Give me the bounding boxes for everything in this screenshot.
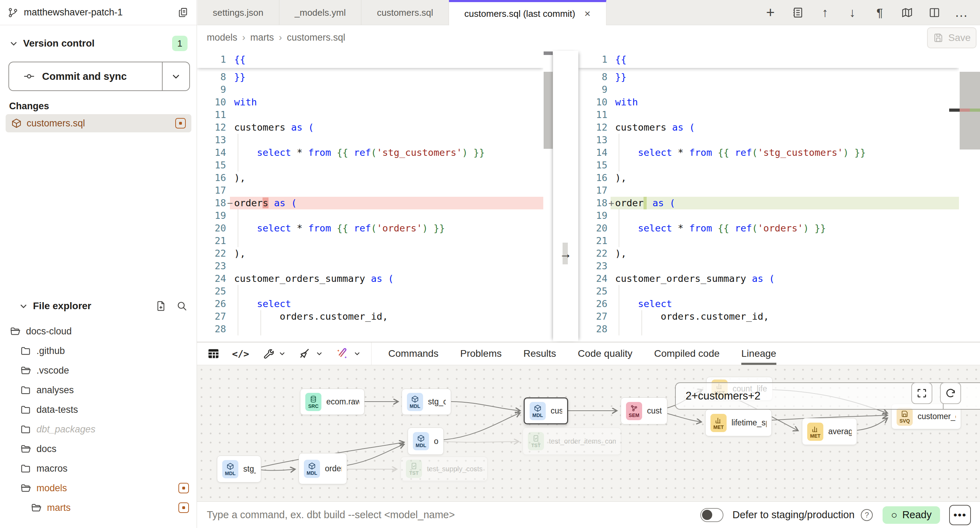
code-line-15[interactable]: 15 (578, 159, 959, 171)
tab-customers-sql[interactable]: customers.sql (361, 0, 449, 25)
changed-file-row[interactable]: customers.sql (6, 114, 191, 132)
lineage-node-customers-semantic[interactable]: SEMcustomers (621, 397, 667, 424)
search-icon[interactable] (176, 300, 188, 312)
lineage-node-stg-customers[interactable]: MDLstg_customers (402, 388, 451, 415)
code-line-13[interactable]: 13 (578, 134, 959, 146)
code-line-17[interactable]: 17 (197, 184, 543, 197)
tree-item-docs[interactable]: docs (0, 439, 197, 459)
tab--models-yml[interactable]: _models.yml (279, 0, 362, 25)
code-line-21[interactable]: 21 (578, 235, 959, 247)
code-line-20[interactable]: 20 select * from {{ ref('orders') }} (197, 222, 543, 235)
code-line-26[interactable]: 26 select (197, 298, 543, 310)
lineage-selector-input[interactable] (676, 383, 943, 409)
map-icon[interactable] (900, 6, 914, 20)
lineage-node-stg-orders[interactable]: MDLstg_orders (217, 455, 261, 482)
code-line-18[interactable]: 18−orders as ( (197, 197, 543, 209)
apply-change-arrow[interactable]: → (553, 246, 578, 262)
code-line-28[interactable]: 28 (197, 323, 543, 335)
split-columns-icon[interactable] (928, 6, 942, 20)
code-line-12[interactable]: 12customers as ( (578, 121, 959, 134)
panel-tab-commands[interactable]: Commands (388, 342, 439, 365)
more-options-button[interactable]: ••• (949, 505, 971, 525)
code-line-23[interactable]: 23 (578, 260, 959, 273)
code-line-19[interactable]: 19 (578, 209, 959, 222)
version-control-header[interactable]: Version control 1 (0, 33, 197, 53)
code-line-14[interactable]: 14 select * from {{ ref('stg_customers')… (578, 146, 959, 159)
commit-options-caret[interactable] (162, 62, 189, 90)
ellipsis-icon[interactable]: … (955, 6, 969, 20)
tree-item--vscode[interactable]: .vscode (0, 361, 197, 380)
build-wrench-icon[interactable] (261, 347, 274, 360)
tree-item-macros[interactable]: macros (0, 459, 197, 478)
lineage-node-test-order-items[interactable]: TSTtest_order_items_compute_to_bools_cor… (523, 428, 621, 455)
code-line-14[interactable]: 14 select * from {{ ref('stg_customers')… (197, 146, 543, 159)
tab-settings-json[interactable]: settings.json (197, 0, 279, 25)
code-line-24[interactable]: 24customer_orders_summary as ( (197, 273, 543, 285)
code-line-9[interactable]: 9 (578, 83, 959, 96)
code-line-25[interactable]: 25 (197, 285, 543, 298)
breadcrumb-item[interactable]: marts (250, 32, 274, 43)
lineage-node-customers-model[interactable]: MDLcustomers (523, 397, 568, 424)
ai-options-chevron[interactable] (353, 349, 361, 358)
tab-close-icon[interactable]: × (584, 8, 590, 19)
pilcrow-icon[interactable]: ¶ (873, 6, 887, 20)
code-line-23[interactable]: 23 (197, 260, 543, 273)
code-line-9[interactable]: 9 (197, 83, 543, 96)
format-options-chevron[interactable] (315, 349, 323, 358)
code-line-19[interactable]: 19 (197, 209, 543, 222)
help-icon[interactable]: ? (861, 509, 873, 521)
tree-item-analyses[interactable]: analyses (0, 380, 197, 400)
lineage-node-orders-model[interactable]: MDLorders (407, 428, 444, 455)
tree-item-models[interactable]: models (0, 478, 197, 498)
code-line-16[interactable]: 16), (578, 171, 959, 184)
tree-item-docs-cloud[interactable]: docs-cloud (0, 322, 197, 341)
code-line-21[interactable]: 21 (197, 235, 543, 247)
code-line-26[interactable]: 26 select (578, 298, 959, 310)
commit-and-sync-main[interactable]: Commit and sync (9, 62, 162, 90)
fullscreen-button[interactable] (911, 382, 932, 404)
build-options-chevron[interactable] (278, 349, 286, 358)
new-file-icon[interactable] (155, 300, 167, 312)
code-line-8[interactable]: 8}} (197, 71, 543, 83)
panel-tab-code-quality[interactable]: Code quality (578, 342, 633, 365)
code-line-12[interactable]: 12customers as ( (197, 121, 543, 134)
tree-item-marts[interactable]: marts (0, 498, 197, 517)
code-line-10[interactable]: 10with (197, 96, 543, 109)
ai-wand-icon[interactable] (336, 347, 349, 360)
code-line-22[interactable]: 22), (578, 247, 959, 260)
lineage-node-average-order-value[interactable]: METaverage_order_value (802, 418, 857, 445)
scrollbar-thumb[interactable] (544, 72, 553, 149)
code-line-10[interactable]: 10with (578, 96, 959, 109)
diff-pane-original[interactable]: 1{{8}}910with1112customers as (1314 sele… (197, 51, 543, 341)
format-broom-icon[interactable] (298, 347, 311, 360)
code-line-15[interactable]: 15 (197, 159, 543, 171)
code-line-11[interactable]: 11 (197, 109, 543, 121)
copy-branch-icon[interactable] (178, 7, 189, 18)
code-line-16[interactable]: 16), (197, 171, 543, 184)
panel-tab-problems[interactable]: Problems (460, 342, 501, 365)
code-line-17[interactable]: 17 (578, 184, 959, 197)
tab-customers-sql-last-commit-[interactable]: customers.sql (last commit)× (449, 0, 606, 25)
panel-tab-compiled-code[interactable]: Compiled code (654, 342, 719, 365)
code-line-24[interactable]: 24customer_orders_summary as ( (578, 273, 959, 285)
diff-overview-ruler[interactable] (959, 51, 980, 341)
code-line-13[interactable]: 13 (197, 134, 543, 146)
code-line-22[interactable]: 22), (197, 247, 543, 260)
breadcrumb-item[interactable]: models (207, 32, 237, 43)
lineage-node-test-supply-costs[interactable]: TSTtest_supply_costs_sum_correctly (401, 457, 488, 481)
breadcrumb-item[interactable]: customers.sql (287, 32, 345, 43)
plus-icon[interactable]: + (764, 6, 777, 20)
lineage-node-order-items[interactable]: MDLorder_items (299, 453, 347, 484)
code-line-27[interactable]: 27 orders.customer_id, (578, 310, 959, 323)
panel-tab-lineage[interactable]: Lineage (741, 342, 776, 365)
lineage-node-ecom-raw-customers[interactable]: SRCecom.raw_customers (300, 388, 364, 415)
save-button[interactable]: Save (927, 27, 977, 48)
arrow-up-icon[interactable]: ↑ (818, 6, 832, 20)
ide-status-badge[interactable]: ○ Ready (883, 506, 940, 524)
notebook-icon[interactable] (791, 6, 805, 20)
arrow-down-icon[interactable]: ↓ (845, 6, 859, 20)
diff-pane-modified[interactable]: 1{{8}}910with1112customers as (1314 sele… (578, 51, 959, 341)
tree-item-dbt-packages[interactable]: dbt_packages (0, 419, 197, 439)
command-input[interactable] (197, 509, 700, 521)
left-pane-scrollbar[interactable] (544, 51, 553, 341)
